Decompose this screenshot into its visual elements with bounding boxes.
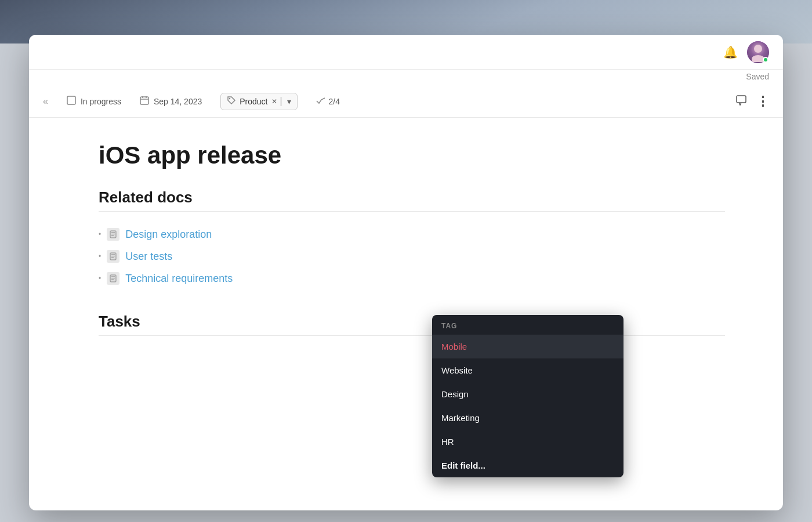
list-item: • Technical requirements [99,267,725,289]
dropdown-item-edit-field[interactable]: Edit field... [432,454,624,477]
date-label: Sep 14, 2023 [154,97,202,106]
dropdown-item-website[interactable]: Website [432,358,624,382]
status-label: In progress [81,97,121,106]
dropdown-item-marketing[interactable]: Marketing [432,406,624,430]
tag-field[interactable]: Product ✕ ▾ [220,93,297,110]
doc-link-technical-requirements[interactable]: Technical requirements [125,273,233,285]
progress-field[interactable]: 2/4 [316,97,340,106]
progress-label: 2/4 [329,97,340,106]
collapse-button[interactable]: « [43,96,48,107]
tag-dropdown-overlay: TAG Mobile Website Design Marketing HR E… [432,315,624,477]
svg-rect-0 [67,96,75,104]
svg-point-5 [229,98,230,99]
online-status-dot [763,57,768,63]
tag-dropdown-menu: TAG Mobile Website Design Marketing HR E… [432,315,624,477]
calendar-icon [140,96,149,107]
tasks-heading: Tasks [99,313,725,336]
doc-link-design-exploration[interactable]: Design exploration [125,229,212,241]
tag-input-cursor [281,97,281,106]
svg-rect-6 [737,96,746,103]
dropdown-item-hr[interactable]: HR [432,430,624,454]
dropdown-header: TAG [432,315,624,335]
more-options-icon[interactable]: ⋮ [756,94,769,109]
tasks-section: Tasks [99,313,725,336]
status-icon [67,96,76,107]
tag-chip-remove[interactable]: ✕ [271,97,277,106]
bullet-dot: • [99,274,101,282]
toolbar-actions: ⋮ [735,94,769,109]
doc-icon [107,250,119,263]
status-field[interactable]: In progress [67,96,121,107]
tag-chip-product: Product ✕ [240,97,277,106]
bullet-dot: • [99,252,101,260]
header-right: 🔔 [723,41,769,63]
checkmark-icon [316,97,325,106]
saved-bar: Saved [29,70,783,86]
doc-icon [107,272,119,285]
bullet-dot: • [99,230,101,238]
saved-status: Saved [746,72,769,81]
doc-link-user-tests[interactable]: User tests [125,251,172,263]
dropdown-item-mobile[interactable]: Mobile [432,335,624,358]
comment-icon[interactable] [735,95,747,109]
collapse-icon: « [43,96,48,107]
doc-title: iOS app release [99,141,725,170]
tag-icon [227,96,236,107]
related-docs-heading: Related docs [99,188,725,212]
header: 🔔 [29,35,783,70]
tag-chevron-icon: ▾ [287,97,291,106]
toolbar: « In progress [29,86,783,118]
tag-chip-label: Product [240,97,267,106]
content-area: iOS app release Related docs • Design ex… [29,118,783,510]
related-docs-list: • Design exploration • [99,223,725,289]
avatar-button[interactable] [747,41,769,63]
svg-rect-1 [140,97,148,104]
list-item: • User tests [99,245,725,267]
date-field[interactable]: Sep 14, 2023 [140,96,202,107]
toolbar-meta: In progress Sep 14, 2023 [67,93,717,110]
dropdown-item-design[interactable]: Design [432,382,624,406]
doc-icon [107,228,119,241]
list-item: • Design exploration [99,223,725,245]
app-window: 🔔 Saved « In progre [29,35,783,510]
bell-icon[interactable]: 🔔 [723,45,738,59]
